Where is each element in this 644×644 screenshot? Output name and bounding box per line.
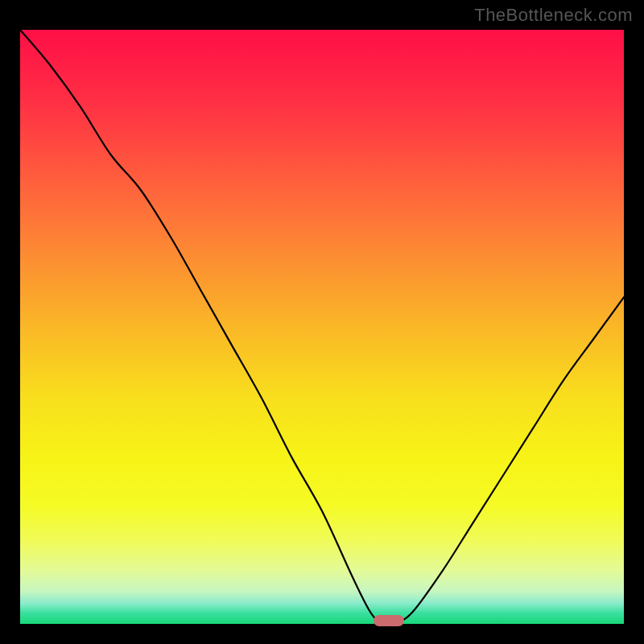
optimal-marker xyxy=(374,615,404,626)
watermark-text: TheBottleneck.com xyxy=(474,5,633,26)
plot-area xyxy=(20,30,624,624)
gradient-background xyxy=(20,30,624,624)
bottleneck-plot xyxy=(20,30,624,624)
plot-frame xyxy=(16,26,628,628)
chart-container: TheBottleneck.com xyxy=(0,0,644,644)
